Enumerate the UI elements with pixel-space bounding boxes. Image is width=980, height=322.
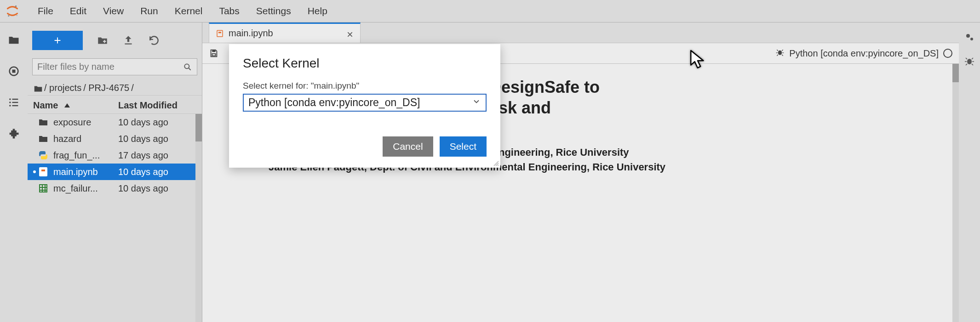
- running-icon[interactable]: [7, 65, 20, 78]
- select-button[interactable]: Select: [440, 136, 487, 157]
- svg-point-21: [966, 34, 970, 38]
- toc-icon[interactable]: [7, 96, 20, 109]
- cancel-button[interactable]: Cancel: [383, 136, 433, 157]
- markdown-title-line: isk and: [494, 97, 939, 118]
- svg-point-23: [967, 59, 972, 64]
- menu-view[interactable]: View: [95, 3, 132, 19]
- save-icon[interactable]: [209, 48, 219, 58]
- notebook-icon: [38, 166, 49, 177]
- file-row[interactable]: exposure10 days ago: [28, 114, 202, 130]
- filter-box[interactable]: [32, 58, 197, 75]
- file-toolbar: [28, 27, 202, 56]
- breadcrumb[interactable]: / projects / PRJ-4675 /: [28, 79, 202, 95]
- file-name: exposure: [53, 117, 118, 128]
- folder-icon: [33, 84, 42, 93]
- breadcrumb-part[interactable]: / PRJ-4675: [83, 83, 129, 93]
- search-icon: [183, 62, 192, 72]
- svg-rect-17: [218, 32, 221, 33]
- svg-point-1: [8, 15, 9, 17]
- menu-settings[interactable]: Settings: [248, 3, 299, 19]
- file-name: frag_fun_...: [53, 150, 118, 161]
- svg-rect-8: [12, 102, 18, 103]
- svg-rect-18: [212, 50, 215, 52]
- svg-point-7: [9, 102, 11, 103]
- folder-icon: [38, 117, 49, 128]
- scrollbar-track[interactable]: [952, 64, 959, 322]
- file-name: main.ipynb: [53, 167, 118, 177]
- app-root: File Edit View Run Kernel Tabs Settings …: [0, 0, 980, 322]
- svg-rect-10: [12, 105, 18, 106]
- dialog-title: Select Kernel: [243, 56, 487, 71]
- svg-point-2: [17, 15, 17, 16]
- file-modified: 10 days ago: [118, 134, 196, 144]
- resize-handle-icon[interactable]: [493, 160, 499, 167]
- spreadsheet-icon: [38, 183, 49, 194]
- file-row[interactable]: mc_failur...10 days ago: [28, 180, 202, 197]
- folder-icon[interactable]: [7, 34, 20, 46]
- menu-file[interactable]: File: [29, 3, 62, 19]
- file-browser: / projects / PRJ-4675 / Name Last Modifi…: [28, 23, 202, 322]
- dialog-actions: Cancel Select: [243, 136, 487, 157]
- jupyter-logo-icon: [5, 3, 20, 19]
- new-launcher-button[interactable]: [32, 31, 83, 50]
- svg-rect-13: [40, 168, 47, 176]
- svg-point-0: [15, 6, 17, 7]
- breadcrumb-part[interactable]: / projects: [44, 83, 81, 93]
- file-name: mc_failur...: [53, 183, 118, 194]
- kernel-status-idle-icon[interactable]: [943, 49, 952, 58]
- file-row[interactable]: hazard10 days ago: [28, 130, 202, 147]
- markdown-title-line: DesignSafe to: [489, 77, 939, 97]
- close-icon[interactable]: [346, 30, 354, 37]
- svg-rect-16: [217, 30, 223, 37]
- file-name: hazard: [53, 134, 118, 144]
- svg-rect-4: [12, 70, 16, 73]
- extensions-icon[interactable]: [7, 127, 20, 140]
- refresh-icon[interactable]: [148, 34, 160, 46]
- right-activity-bar: [959, 23, 980, 322]
- select-kernel-dialog: Select Kernel Select kernel for: "main.i…: [229, 44, 500, 168]
- file-modified: 10 days ago: [118, 183, 196, 194]
- property-inspector-icon[interactable]: [964, 32, 975, 45]
- file-list: exposure10 days agohazard10 days agofrag…: [28, 114, 202, 322]
- file-modified: 17 days ago: [118, 150, 196, 161]
- filter-input[interactable]: [37, 62, 183, 72]
- svg-point-12: [184, 64, 189, 68]
- kernel-name[interactable]: Python [conda env:pyincore_on_DS]: [789, 48, 939, 59]
- svg-rect-6: [12, 99, 18, 100]
- dialog-prompt: Select kernel for: "main.ipynb": [243, 81, 487, 91]
- tab-main-ipynb[interactable]: main.ipynb: [209, 23, 361, 43]
- svg-rect-19: [212, 54, 215, 56]
- scrollbar-thumb[interactable]: [195, 114, 202, 141]
- menu-edit[interactable]: Edit: [62, 3, 95, 19]
- col-name-header[interactable]: Name: [33, 100, 118, 111]
- new-folder-icon[interactable]: [97, 34, 109, 46]
- upload-icon[interactable]: [122, 34, 134, 46]
- menu-tabs[interactable]: Tabs: [211, 3, 247, 19]
- menu-items: File Edit View Run Kernel Tabs Settings …: [29, 3, 336, 19]
- scrollbar-track[interactable]: [195, 114, 202, 322]
- scrollbar-thumb[interactable]: [952, 64, 959, 82]
- notebook-icon: [216, 29, 224, 38]
- folder-icon: [38, 133, 49, 144]
- file-row[interactable]: frag_fun_...17 days ago: [28, 147, 202, 164]
- python-icon: [38, 150, 49, 161]
- kernel-indicator[interactable]: Python [conda env:pyincore_on_DS]: [775, 48, 952, 59]
- bug-icon[interactable]: [775, 48, 785, 59]
- tab-strip: main.ipynb: [202, 23, 959, 43]
- file-list-header: Name Last Modified: [28, 95, 202, 114]
- menu-run[interactable]: Run: [132, 3, 166, 19]
- menu-kernel[interactable]: Kernel: [166, 3, 211, 19]
- debugger-icon[interactable]: [964, 56, 975, 68]
- svg-point-20: [778, 50, 782, 55]
- svg-rect-15: [40, 185, 47, 192]
- breadcrumb-part: /: [131, 83, 134, 93]
- kernel-select[interactable]: Python [conda env:pyincore_on_DS]: [243, 94, 487, 112]
- kernel-select-value: Python [conda env:pyincore_on_DS]: [248, 96, 420, 109]
- file-row[interactable]: main.ipynb10 days ago: [28, 164, 202, 180]
- svg-point-22: [970, 38, 973, 40]
- menubar: File Edit View Run Kernel Tabs Settings …: [0, 0, 980, 23]
- activity-bar: [0, 23, 28, 322]
- col-modified-header[interactable]: Last Modified: [118, 100, 196, 111]
- svg-point-9: [9, 105, 11, 107]
- menu-help[interactable]: Help: [299, 3, 336, 19]
